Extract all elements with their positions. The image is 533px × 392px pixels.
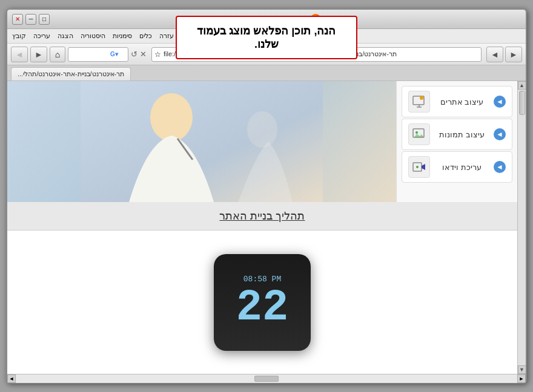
clock-date: 22 bbox=[236, 286, 288, 330]
svg-marker-12 bbox=[422, 164, 425, 170]
reload-button[interactable]: ↺ bbox=[131, 50, 137, 59]
close-button[interactable]: ✕ bbox=[12, 14, 23, 25]
content-area: ◄ עיצוב אתרים bbox=[7, 81, 526, 374]
svg-point-1 bbox=[150, 93, 193, 142]
forward-button[interactable]: ► bbox=[30, 47, 47, 62]
menu-card-images[interactable]: ◄ עיצוב תמונות bbox=[402, 119, 512, 150]
sites-icon bbox=[408, 91, 430, 113]
arrow-icon-video: ◄ bbox=[494, 161, 506, 173]
window-controls: ✕ ─ □ bbox=[12, 14, 50, 25]
process-bar: תהליך בניית האתר bbox=[7, 202, 517, 230]
browser-window: ✕ ─ □ Mozilla Firefox עזרה כלים סימניות … bbox=[6, 8, 527, 384]
vertical-scrollbar: ▲ ▼ bbox=[517, 81, 526, 374]
callout-box: הנה, תוכן הפלאש מוצג בעמוד שלנו. bbox=[176, 16, 357, 59]
stop-button[interactable]: ✕ bbox=[140, 50, 147, 59]
scroll-thumb[interactable] bbox=[519, 91, 525, 115]
h-scroll-thumb[interactable] bbox=[254, 376, 279, 382]
back-button[interactable]: ◄ bbox=[11, 47, 28, 62]
scroll-track bbox=[16, 374, 517, 383]
top-section: ◄ עיצוב אתרים bbox=[7, 81, 517, 202]
svg-point-10 bbox=[415, 131, 418, 134]
clock-widget: 08:58 PM 22 bbox=[214, 254, 311, 351]
home-button[interactable]: ⌂ bbox=[50, 47, 65, 62]
menu-file[interactable]: קובץ bbox=[12, 32, 26, 40]
menu-card-sites[interactable]: ◄ עיצוב אתרים bbox=[402, 86, 512, 117]
active-tab[interactable]: תר-אינטרנט/בניית-אתר-אינטרנט/תהלי... bbox=[11, 67, 131, 80]
menu-help[interactable]: עזרה bbox=[159, 32, 174, 40]
maximize-button[interactable]: □ bbox=[39, 14, 50, 25]
menu-card-sites-label: עיצוב אתרים bbox=[440, 97, 484, 106]
nav-prev[interactable]: ◄ bbox=[486, 47, 503, 62]
menu-view[interactable]: הצגה bbox=[58, 32, 73, 40]
scroll-left-arrow[interactable]: ◄ bbox=[7, 374, 16, 383]
hero-image bbox=[7, 81, 396, 202]
horizontal-scrollbar: ◄ ► bbox=[7, 374, 526, 382]
scroll-down-arrow[interactable]: ▼ bbox=[518, 365, 526, 374]
menu-edit[interactable]: עריכה bbox=[33, 32, 50, 40]
callout-text: הנה, תוכן הפלאש מוצג בעמוד שלנו. bbox=[197, 25, 336, 50]
menu-card-images-label: עיצוב תמונות bbox=[439, 130, 485, 139]
flash-widget-area: 08:58 PM 22 bbox=[7, 230, 517, 374]
tab-label: תר-אינטרנט/בניית-אתר-אינטרנט/תהלי... bbox=[18, 70, 124, 78]
process-text: תהליך בניית האתר bbox=[219, 210, 305, 222]
search-box: G▾ bbox=[68, 47, 128, 62]
minimize-button[interactable]: ─ bbox=[25, 14, 36, 25]
nav-next[interactable]: ► bbox=[505, 47, 522, 62]
menu-history[interactable]: היסטוריה bbox=[81, 32, 105, 40]
svg-point-13 bbox=[416, 166, 419, 168]
svg-point-2 bbox=[247, 111, 277, 148]
google-search-icon: G▾ bbox=[110, 51, 118, 57]
nav-arrows: ◄ ► bbox=[486, 47, 522, 62]
side-menu: ◄ עיצוב אתרים bbox=[396, 81, 517, 202]
menu-card-video-label: עריכת וידאו bbox=[442, 163, 482, 172]
arrow-icon-images: ◄ bbox=[494, 128, 506, 140]
page-content: ◄ עיצוב אתרים bbox=[7, 81, 517, 374]
clock-time: 08:58 PM bbox=[243, 275, 281, 284]
video-icon bbox=[408, 156, 430, 178]
scroll-right-arrow[interactable]: ► bbox=[517, 374, 526, 383]
search-input[interactable] bbox=[71, 51, 110, 58]
arrow-icon-sites: ◄ bbox=[494, 96, 506, 108]
images-icon bbox=[408, 123, 430, 145]
menu-card-video[interactable]: ◄ עריכת וידאו bbox=[402, 151, 512, 183]
tab-bar: תר-אינטרנט/בניית-אתר-אינטרנט/תהלי... bbox=[7, 65, 526, 81]
menu-tools[interactable]: כלים bbox=[139, 32, 152, 40]
scroll-up-arrow[interactable]: ▲ bbox=[518, 81, 526, 90]
menu-bookmarks[interactable]: סימניות bbox=[113, 32, 132, 40]
hero-svg bbox=[7, 81, 396, 202]
